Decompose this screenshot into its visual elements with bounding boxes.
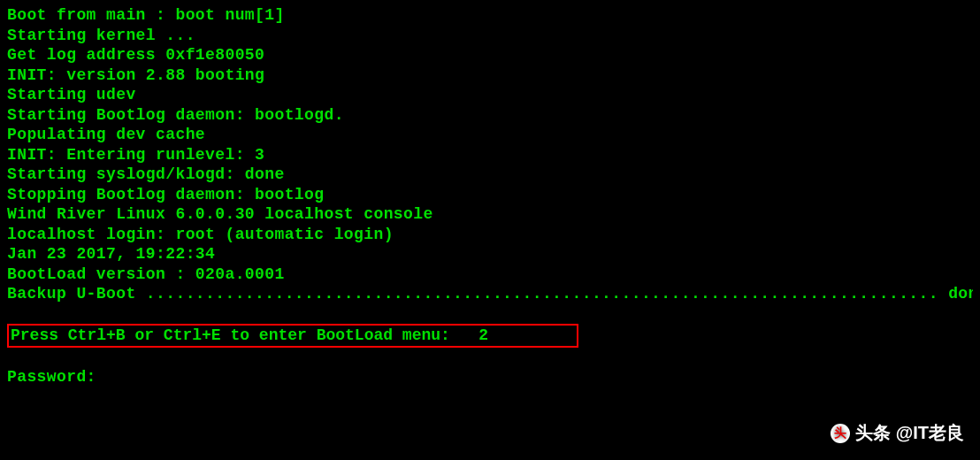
- watermark-icon: 头: [831, 424, 850, 443]
- bootload-version-line: BootLoad version : 020a.0001: [7, 264, 973, 285]
- watermark: 头 头条 @IT老良: [831, 422, 964, 444]
- bootload-menu-highlight: Press Ctrl+B or Ctrl+E to enter BootLoad…: [7, 324, 578, 348]
- bootlog-stop-line: Stopping Bootlog daemon: bootlog: [7, 185, 973, 205]
- bootlog-start-line: Starting Bootlog daemon: bootlogd.: [7, 105, 973, 126]
- login-line: localhost login: root (automatic login): [7, 225, 973, 245]
- devcache-line: Populating dev cache: [7, 125, 973, 145]
- runlevel-line: INIT: Entering runlevel: 3: [7, 145, 973, 165]
- windriver-line: Wind River Linux 6.0.0.30 localhost cons…: [7, 204, 973, 225]
- blank-line: [7, 348, 973, 368]
- bootload-menu-prompt[interactable]: Press Ctrl+B or Ctrl+E to enter BootLoad…: [11, 326, 575, 346]
- blank-line: [7, 304, 973, 325]
- syslogd-line: Starting syslogd/klogd: done: [7, 165, 973, 185]
- backup-uboot-line: Backup U-Boot ..........................…: [7, 284, 973, 304]
- kernel-line: Starting kernel ...: [7, 26, 973, 46]
- udev-line: Starting udev: [7, 85, 973, 105]
- watermark-text: 头条 @IT老良: [855, 422, 964, 444]
- init-version-line: INIT: version 2.88 booting: [7, 65, 973, 86]
- log-address-line: Get log address 0xf1e80050: [7, 45, 973, 65]
- password-prompt[interactable]: Password:: [7, 367, 973, 387]
- boot-line: Boot from main : boot num[1]: [7, 5, 973, 26]
- terminal-output: Boot from main : boot num[1] Starting ke…: [7, 5, 973, 387]
- datetime-line: Jan 23 2017, 19:22:34: [7, 244, 973, 264]
